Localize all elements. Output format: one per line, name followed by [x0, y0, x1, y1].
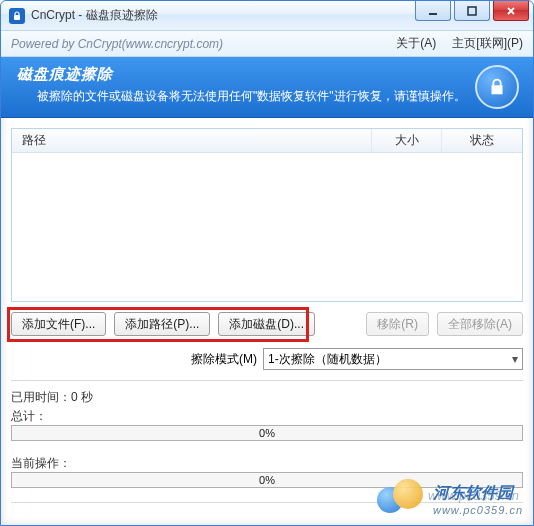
watermark-logo-icon — [377, 479, 425, 519]
svg-rect-2 — [468, 7, 476, 15]
title-bar[interactable]: CnCrypt - 磁盘痕迹擦除 — [1, 1, 533, 31]
list-body[interactable] — [12, 153, 522, 301]
close-button[interactable] — [493, 1, 529, 21]
window-title: CnCrypt - 磁盘痕迹擦除 — [31, 7, 158, 24]
remove-button[interactable]: 移除(R) — [366, 312, 429, 336]
header-title: 磁盘痕迹擦除 — [17, 65, 517, 84]
menu-home[interactable]: 主页[联网](P) — [452, 35, 523, 52]
erase-mode-row: 擦除模式(M) 1-次擦除（随机数据） ▾ — [11, 348, 523, 370]
powered-by-text: Powered by CnCrypt(www.cncrypt.com) — [11, 37, 223, 51]
chevron-down-icon: ▾ — [512, 352, 518, 366]
watermark-overlay: www.pc0359.cn — [428, 488, 519, 503]
svg-rect-0 — [14, 15, 20, 20]
lock-icon — [475, 65, 519, 109]
watermark-url: www.pc0359.cn — [433, 504, 523, 516]
maximize-button[interactable] — [454, 1, 490, 21]
remove-all-button[interactable]: 全部移除(A) — [437, 312, 523, 336]
header-description: 被擦除的文件或磁盘设备将无法使用任何"数据恢复软件"进行恢复，请谨慎操作。 — [17, 88, 517, 105]
menu-bar: Powered by CnCrypt(www.cncrypt.com) 关于(A… — [1, 31, 533, 57]
elapsed-value: 0 秒 — [71, 390, 93, 404]
app-icon — [9, 8, 25, 24]
erase-mode-select[interactable]: 1-次擦除（随机数据） ▾ — [263, 348, 523, 370]
current-progress-text: 0% — [259, 474, 275, 486]
column-path[interactable]: 路径 — [12, 129, 372, 152]
erase-mode-label: 擦除模式(M) — [191, 351, 257, 368]
elapsed-time-row: 已用时间：0 秒 — [11, 389, 523, 406]
current-label: 当前操作： — [11, 455, 81, 472]
column-size[interactable]: 大小 — [372, 129, 442, 152]
total-progress-text: 0% — [259, 427, 275, 439]
app-window: CnCrypt - 磁盘痕迹擦除 Powered by CnCrypt(www.… — [0, 0, 534, 526]
file-list[interactable]: 路径 大小 状态 — [11, 128, 523, 302]
elapsed-label: 已用时间： — [11, 390, 71, 404]
separator — [11, 380, 523, 381]
total-progress-bar: 0% — [11, 425, 523, 441]
svg-rect-1 — [429, 13, 437, 15]
erase-mode-value: 1-次擦除（随机数据） — [268, 351, 387, 368]
list-header: 路径 大小 状态 — [12, 129, 522, 153]
column-state[interactable]: 状态 — [442, 129, 522, 152]
menu-about[interactable]: 关于(A) — [396, 35, 436, 52]
button-row: 添加文件(F)... 添加路径(P)... 添加磁盘(D)... 移除(R) 全… — [11, 312, 523, 336]
header-banner: 磁盘痕迹擦除 被擦除的文件或磁盘设备将无法使用任何"数据恢复软件"进行恢复，请谨… — [1, 57, 533, 118]
add-file-button[interactable]: 添加文件(F)... — [11, 312, 106, 336]
add-disk-button[interactable]: 添加磁盘(D)... — [218, 312, 315, 336]
minimize-button[interactable] — [415, 1, 451, 21]
progress-area: 已用时间：0 秒 总计： 0% 当前操作： 0% — [11, 389, 523, 488]
total-label: 总计： — [11, 408, 81, 425]
add-path-button[interactable]: 添加路径(P)... — [114, 312, 210, 336]
